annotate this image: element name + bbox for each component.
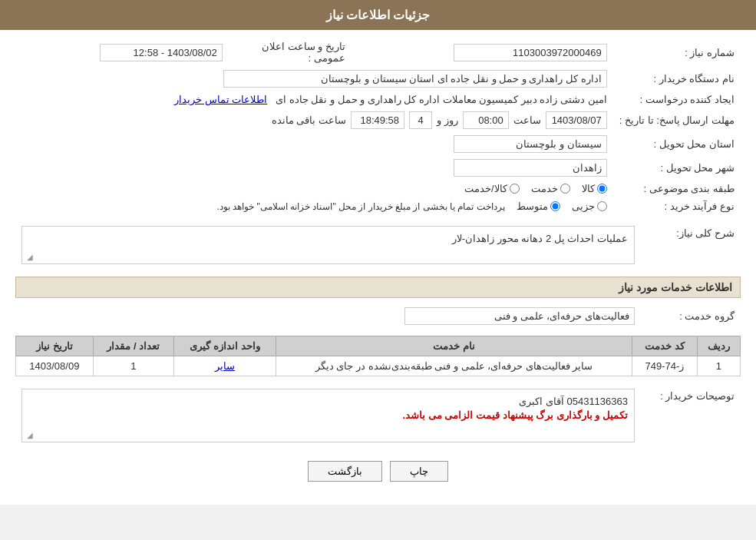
cell-service-name: سایر فعالیت‌های حرفه‌ای، علمی و فنی طبقه…	[276, 356, 632, 376]
description-row: شرح کلی نیاز: عملیات احداث پل 2 دهانه مح…	[15, 223, 741, 267]
radio-khedmat-label: خدمت	[531, 183, 558, 194]
purchase-type-value-cell: جزیی متوسط پرداخت تمام یا بخشی از مبلغ خ…	[15, 197, 613, 215]
col-header-row: ردیف	[697, 336, 740, 356]
radio-khedmat-input[interactable]	[560, 184, 570, 194]
buyer-org-value-cell: اداره کل راهداری و حمل و نقل جاده ای است…	[15, 67, 613, 91]
buttons-row: چاپ بازگشت	[15, 461, 741, 482]
description-table: شرح کلی نیاز: عملیات احداث پل 2 دهانه مح…	[15, 223, 741, 267]
buyer-notes-row: توصیحات خریدار : 05431136363 آقای اکبری …	[15, 386, 741, 446]
buyer-notes-label-cell: توصیحات خریدار :	[641, 386, 741, 446]
col-header-unit: واحد اندازه گیری	[174, 336, 276, 356]
radio-kala-input[interactable]	[597, 184, 607, 194]
services-table-header-row: ردیف کد خدمت نام خدمت واحد اندازه گیری ت…	[16, 336, 741, 356]
buyer-notes-value-cell: 05431136363 آقای اکبری تکمیل و بارگذاری …	[15, 386, 641, 446]
province-value: سیستان و بلوچستان	[454, 135, 607, 153]
radio-khedmat[interactable]: خدمت	[531, 183, 570, 194]
col-header-code: کد خدمت	[632, 336, 697, 356]
radio-motavasset[interactable]: متوسط	[517, 200, 560, 212]
col-header-name: نام خدمت	[276, 336, 632, 356]
row-buyer-org: نام دستگاه خریدار : اداره کل راهداری و ح…	[15, 67, 741, 91]
content-area: شماره نیاز : 1103003972000469 تاریخ و سا…	[0, 30, 756, 489]
description-value: عملیات احداث پل 2 دهانه محور زاهدان-لار	[452, 233, 628, 244]
service-group-value: فعالیت‌های حرفه‌ای، علمی و فنی	[404, 307, 635, 325]
page-wrapper: جزئیات اطلاعات نیاز شماره نیاز : 1103003…	[0, 0, 756, 505]
unit-link[interactable]: سایر	[215, 360, 235, 372]
purchase-type-label: نوع فرآیند خرید :	[613, 197, 741, 215]
table-row: 1 ز-74-749 سایر فعالیت‌های حرفه‌ای، علمی…	[16, 356, 741, 376]
radio-kala-label: کالا	[582, 183, 595, 194]
row-category: طبقه بندی موضوعی : کالا خدمت	[15, 180, 741, 197]
radio-motavasset-label: متوسط	[517, 200, 548, 212]
radio-jozii-input[interactable]	[597, 201, 607, 211]
col-header-date: تاریخ نیاز	[16, 336, 94, 356]
announce-value-cell: 1403/08/02 - 12:58	[15, 38, 229, 67]
description-value-cell: عملیات احداث پل 2 دهانه محور زاهدان-لار …	[15, 223, 641, 267]
buyer-notes-line2: تکمیل و بارگذاری برگ پیشنهاد قیمت الزامی…	[28, 409, 628, 421]
services-section-title: اطلاعات خدمات مورد نیاز	[15, 277, 741, 298]
col-header-quantity: تعداد / مقدار	[93, 336, 173, 356]
description-section: شرح کلی نیاز: عملیات احداث پل 2 دهانه مح…	[15, 223, 741, 267]
deadline-remaining-label: ساعت باقی مانده	[272, 114, 346, 126]
radio-jozii-label: جزیی	[572, 200, 595, 212]
creator-value: امین دشتی زاده دبیر کمیسیون معاملات ادار…	[276, 94, 607, 105]
info-table: شماره نیاز : 1103003972000469 تاریخ و سا…	[15, 38, 741, 215]
announce-label: تاریخ و ساعت اعلان عمومی :	[262, 41, 345, 64]
services-table-body: 1 ز-74-749 سایر فعالیت‌های حرفه‌ای، علمی…	[16, 356, 741, 376]
cell-row-num: 1	[697, 356, 740, 376]
row-province: استان محل تحویل : سیستان و بلوچستان	[15, 132, 741, 156]
city-label: شهر محل تحویل :	[613, 156, 741, 180]
creator-value-cell: امین دشتی زاده دبیر کمیسیون معاملات ادار…	[15, 91, 613, 108]
back-button[interactable]: بازگشت	[308, 461, 382, 482]
cell-unit: سایر	[174, 356, 276, 376]
service-group-label: گروه خدمت :	[679, 310, 735, 322]
row-creator: ایجاد کننده درخواست : امین دشتی زاده دبی…	[15, 91, 741, 108]
announce-value: 1403/08/02 - 12:58	[100, 44, 223, 61]
buyer-notes-section: توصیحات خریدار : 05431136363 آقای اکبری …	[15, 386, 741, 446]
page-header: جزئیات اطلاعات نیاز	[0, 0, 756, 30]
announce-label-cell: تاریخ و ساعت اعلان عمومی :	[229, 38, 352, 67]
service-group-table: گروه خدمت : فعالیت‌های حرفه‌ای، علمی و ف…	[15, 304, 741, 328]
creator-contact-link[interactable]: اطلاعات تماس خریدار	[174, 94, 267, 105]
buyer-notes-line1: 05431136363 آقای اکبری	[28, 396, 628, 407]
description-label-cell: شرح کلی نیاز:	[641, 223, 741, 267]
row-request-number: شماره نیاز : 1103003972000469 تاریخ و سا…	[15, 38, 741, 67]
service-group-value-cell: فعالیت‌های حرفه‌ای، علمی و فنی	[15, 304, 641, 328]
services-table-head: ردیف کد خدمت نام خدمت واحد اندازه گیری ت…	[16, 336, 741, 356]
deadline-days-label: روز و	[437, 114, 458, 126]
deadline-days: 4	[409, 111, 432, 129]
description-label: شرح کلی نیاز:	[676, 227, 735, 239]
row-purchase-type: نوع فرآیند خرید : جزیی متوسط پرداخت تمام…	[15, 197, 741, 215]
radio-kala-khedmat[interactable]: کالا/خدمت	[464, 183, 520, 194]
cell-code: ز-74-749	[632, 356, 697, 376]
cell-quantity: 1	[93, 356, 173, 376]
description-box: عملیات احداث پل 2 دهانه محور زاهدان-لار …	[21, 226, 635, 264]
radio-motavasset-input[interactable]	[550, 201, 560, 211]
radio-kala-khedmat-input[interactable]	[510, 184, 520, 194]
category-label: طبقه بندی موضوعی :	[613, 180, 741, 197]
city-value: زاهدان	[454, 159, 607, 177]
row-deadline: مهلت ارسال پاسخ: تا تاریخ : 1403/08/07 س…	[15, 108, 741, 132]
service-group-row: گروه خدمت : فعالیت‌های حرفه‌ای، علمی و ف…	[15, 304, 741, 328]
buyer-notes-box: 05431136363 آقای اکبری تکمیل و بارگذاری …	[21, 389, 635, 442]
header-title: جزئیات اطلاعات نیاز	[326, 8, 431, 22]
radio-jozii[interactable]: جزیی	[572, 200, 607, 212]
buyer-notes-table: توصیحات خریدار : 05431136363 آقای اکبری …	[15, 386, 741, 446]
notes-resize-handle[interactable]: ◢	[24, 431, 33, 440]
request-number-value: 1103003972000469	[454, 44, 607, 61]
print-button[interactable]: چاپ	[390, 461, 448, 482]
province-value-cell: سیستان و بلوچستان	[15, 132, 613, 156]
buyer-org-label: نام دستگاه خریدار :	[613, 67, 741, 91]
radio-kala-khedmat-label: کالا/خدمت	[464, 183, 507, 194]
deadline-label: مهلت ارسال پاسخ: تا تاریخ :	[613, 108, 741, 132]
deadline-date: 1403/08/07	[546, 111, 607, 129]
deadline-row: 1403/08/07 ساعت 08:00 روز و 4 18:49:58 س…	[21, 111, 607, 129]
creator-label: ایجاد کننده درخواست :	[613, 91, 741, 108]
deadline-value-cell: 1403/08/07 ساعت 08:00 روز و 4 18:49:58 س…	[15, 108, 613, 132]
resize-handle[interactable]: ◢	[24, 253, 33, 262]
row-city: شهر محل تحویل : زاهدان	[15, 156, 741, 180]
radio-kala[interactable]: کالا	[582, 183, 607, 194]
purchase-type-desc: پرداخت تمام یا بخشی از مبلغ خریدار از مح…	[217, 201, 505, 212]
request-number-label: شماره نیاز :	[613, 38, 741, 67]
cell-date: 1403/08/09	[16, 356, 94, 376]
city-value-cell: زاهدان	[15, 156, 613, 180]
